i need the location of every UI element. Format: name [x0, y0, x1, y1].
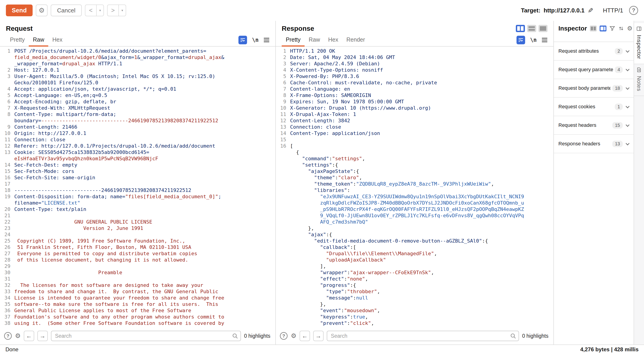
code-line[interactable]: filename="LICENSE.txt" — [0, 200, 275, 206]
soft-wrap-icon[interactable] — [238, 36, 247, 44]
inspector-section-request-cookies[interactable]: Request cookies1 — [554, 98, 634, 116]
code-line[interactable]: 12Content-Length: 3842 — [276, 118, 554, 124]
code-line[interactable]: }, — [276, 225, 554, 231]
response-editor[interactable]: 1HTTP/1.1 200 OK2Date: Sat, 04 May 2024 … — [276, 47, 554, 330]
prev-match-button[interactable]: ← — [300, 331, 310, 341]
code-line[interactable]: zqRlkgDdlcFWZoISJP8-ZM40dBBQoOrbX7DYsLJ2… — [276, 200, 554, 206]
filter-icon[interactable] — [609, 25, 615, 31]
code-line[interactable]: "libraries": — [276, 187, 554, 193]
rail-tab-inspector[interactable]: Inspector — [634, 23, 644, 64]
code-line[interactable]: "callback":[ — [276, 244, 554, 250]
code-line[interactable]: 3User-Agent: Mozilla/5.0 (Macintosh; Int… — [0, 73, 275, 80]
tab-pretty[interactable]: Pretty — [282, 34, 304, 47]
code-line[interactable]: "ajaxPageState":{ — [276, 168, 554, 175]
code-line[interactable]: _pS9HLbR7ROcrPX4f-eqKGrOQ00FAFYFsR7IFZL9… — [276, 206, 554, 212]
code-line[interactable]: 7Content-language: en — [276, 86, 554, 92]
chevron-down-icon[interactable]: ▾ — [96, 5, 104, 16]
prev-match-button[interactable]: ← — [24, 331, 34, 341]
code-line[interactable]: 8Content-Type: multipart/form-data; — [0, 111, 275, 118]
code-line[interactable]: "command":"settings", — [276, 156, 554, 162]
inspector-section-request-attributes[interactable]: Request attributes2 — [554, 42, 634, 61]
code-line[interactable]: 8X-Frame-Options: SAMEORIGIN — [276, 92, 554, 99]
code-line[interactable]: "wrapper":"ajax-wrapper--CFoEkE9TnSk", — [276, 269, 554, 276]
next-match-button[interactable]: → — [37, 331, 48, 341]
send-button[interactable]: Send — [6, 4, 32, 16]
code-line[interactable]: 5Accept-Language: en-US,en;q=0.5 — [0, 92, 275, 99]
code-line[interactable]: 9Expires: Sun, 19 Nov 1978 05:00:00 GMT — [276, 99, 554, 105]
code-line[interactable]: 4X-Content-Type-Options: nosniff — [276, 67, 554, 73]
search-help-icon[interactable]: ? — [4, 332, 12, 340]
show-newlines-icon[interactable]: \n — [530, 37, 537, 43]
edit-target-icon[interactable]: ✎ — [588, 6, 593, 14]
code-line[interactable]: "event":"mousedown", — [276, 307, 554, 314]
code-line[interactable]: "prevent":"click", — [276, 320, 554, 327]
code-line[interactable]: boundary=-----------------------------24… — [0, 118, 275, 124]
request-editor[interactable]: 1POST /Projects/drupal-10.2.6/media/add/… — [0, 47, 275, 330]
code-line[interactable]: "effect":"none", — [276, 276, 554, 282]
code-line[interactable]: 13Connection: close — [276, 124, 554, 130]
code-line[interactable]: 27 Everyone is permitted to copy and dis… — [0, 250, 275, 257]
code-line[interactable]: ], — [276, 263, 554, 269]
code-line[interactable]: 6Cache-Control: must-revalidate, no-cach… — [276, 80, 554, 86]
code-line[interactable]: _wrapper_format=drupal_ajax HTTP/1.1 — [0, 61, 275, 67]
code-line[interactable]: "theme":"claro", — [276, 175, 554, 181]
code-line[interactable]: 3Server: Apache/2.4.59 (Debian) — [276, 61, 554, 67]
code-line[interactable]: "type":"throbber", — [276, 288, 554, 295]
code-line[interactable]: 10X-Generator: Drupal 10 (https://www.dr… — [276, 105, 554, 111]
code-line[interactable]: 11Connection: close — [0, 137, 275, 143]
code-line[interactable]: 34License is intended to guarantee your … — [0, 295, 275, 301]
code-line[interactable]: 2Date: Sat, 04 May 2024 18:44:06 GMT — [276, 54, 554, 61]
code-line[interactable]: 22 GNU GENERAL PUBLIC LICENSE — [0, 219, 275, 225]
code-line[interactable]: 18-----------------------------246619078… — [0, 187, 275, 193]
code-line[interactable]: "settings":{ — [276, 162, 554, 168]
dock-left-icon[interactable] — [590, 25, 597, 31]
code-line[interactable]: 14Content-Type: application/json — [276, 130, 554, 137]
chevron-down-icon[interactable]: ▾ — [118, 5, 126, 16]
code-line[interactable]: "Drupal\\file\\Element\\ManagedFile", — [276, 250, 554, 257]
code-line[interactable]: 32 The licenses for most software are de… — [0, 282, 275, 288]
code-line[interactable]: 24 — [0, 231, 275, 238]
dock-right-icon[interactable] — [600, 25, 606, 31]
code-line[interactable]: field_media_document/widget/0&ajax_form=… — [0, 54, 275, 61]
code-line[interactable]: 11X-Drupal-Ajax-Token: 1 — [276, 111, 554, 118]
show-newlines-icon[interactable]: \n — [252, 37, 258, 43]
code-line[interactable]: "message":null — [276, 295, 554, 301]
inspector-section-response-headers[interactable]: Response headers13 — [554, 135, 634, 153]
code-line[interactable]: 10Origin: http://127.0.0.1 — [0, 130, 275, 137]
code-line[interactable]: 4Accept: application/json, text/javascri… — [0, 86, 275, 92]
code-line[interactable]: }, — [276, 301, 554, 307]
http-version-selector[interactable]: HTTP/1 — [603, 7, 623, 14]
code-line[interactable]: "progress":{ — [276, 282, 554, 288]
tab-render[interactable]: Render — [342, 34, 369, 47]
code-line[interactable]: 23 Version 2, June 1991 — [0, 225, 275, 231]
code-line[interactable]: 12Referer: http://127.0.0.1/Projects/dru… — [0, 143, 275, 149]
code-line[interactable]: 33freedom to share and change it. By con… — [0, 288, 275, 295]
code-line[interactable]: "keypress":true, — [276, 314, 554, 320]
expand-collapse-icon[interactable] — [618, 25, 624, 31]
code-line[interactable]: 29 — [0, 263, 275, 269]
code-line[interactable]: "eJx9UNFuwzAI_CE3-YZ9SUUIWdmw8Qyu1n19nSp… — [276, 193, 554, 200]
code-line[interactable]: 14Sec-Fetch-Dest: empty — [0, 162, 275, 168]
code-line[interactable]: 31 — [0, 276, 275, 282]
next-match-button[interactable]: → — [313, 331, 324, 341]
code-line[interactable]: "ajax":{ — [276, 231, 554, 238]
search-help-icon[interactable]: ? — [280, 332, 288, 340]
code-line[interactable]: "edit-field-media-document-0-remove-butt… — [276, 238, 554, 244]
code-line[interactable]: 21 — [0, 212, 275, 219]
code-line[interactable]: 28 of this license document, but changin… — [0, 257, 275, 263]
search-settings-icon[interactable]: ⚙ — [15, 333, 20, 339]
code-line[interactable]: 37Foundation's software and to any other… — [0, 314, 275, 320]
cancel-button[interactable]: Cancel — [51, 4, 82, 16]
layout-rows-button[interactable] — [527, 25, 536, 32]
code-line[interactable]: 30 Preamble — [0, 269, 275, 276]
code-line[interactable]: 2Host: 127.0.0.1 — [0, 67, 275, 73]
layout-single-button[interactable] — [538, 25, 548, 32]
code-line[interactable]: "uploadAjaxCallback" — [276, 257, 554, 263]
code-line[interactable]: eIsHfaaETVr3av95yvbqQhzn0kom1P5wPcNSqB2V… — [0, 156, 275, 162]
code-line[interactable]: 6Accept-Encoding: gzip, deflate, br — [0, 99, 275, 105]
help-icon[interactable]: ? — [629, 6, 638, 15]
tab-raw[interactable]: Raw — [304, 34, 324, 47]
hamburger-menu-icon[interactable] — [264, 38, 270, 42]
code-line[interactable]: 15 — [276, 137, 554, 143]
code-line[interactable]: 36General Public License applies to most… — [0, 307, 275, 314]
